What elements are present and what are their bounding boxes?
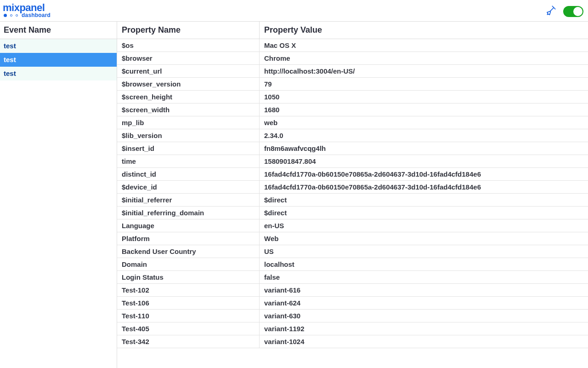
- property-value-cell: $direct: [260, 207, 588, 219]
- property-value-cell: en-US: [260, 219, 588, 232]
- property-name-cell: Test-102: [117, 284, 260, 296]
- property-value-cell: 16fad4cfd1770a-0b60150e70865a-2d604637-3…: [260, 181, 588, 193]
- property-row: $browserChrome: [117, 52, 588, 65]
- property-row: Languageen-US: [117, 219, 588, 232]
- property-row: $initial_referring_domain$direct: [117, 207, 588, 219]
- property-name-cell: $initial_referrer: [117, 194, 260, 206]
- event-row[interactable]: test: [0, 67, 117, 80]
- property-name-cell: Domain: [117, 258, 260, 270]
- property-value-cell: 1050: [260, 91, 588, 103]
- properties-body: $osMac OS X$browserChrome$current_urlhtt…: [117, 39, 588, 348]
- content-area: Event Name testtesttest Property Name Pr…: [0, 22, 588, 368]
- brand-dots-icon: [4, 14, 18, 17]
- property-name-cell: distinct_id: [117, 168, 260, 180]
- property-row: $insert_idfn8m6awafvcqg4lh: [117, 142, 588, 155]
- brand-subtext: dashboard: [22, 12, 51, 18]
- property-row: Test-110variant-630: [117, 310, 588, 322]
- toggle-knob: [573, 7, 582, 16]
- property-name-cell: Backend User Country: [117, 245, 260, 258]
- property-row: Test-342variant-1024: [117, 335, 588, 348]
- property-name-cell: Language: [117, 219, 260, 232]
- property-name-cell: Test-342: [117, 335, 260, 348]
- property-value-header: Property Value: [260, 22, 588, 39]
- property-name-cell: $device_id: [117, 181, 260, 193]
- header-controls: [545, 2, 583, 18]
- property-value-cell: variant-1024: [260, 335, 588, 348]
- property-value-cell: Chrome: [260, 52, 588, 64]
- property-value-cell: Web: [260, 232, 588, 245]
- property-name-cell: Test-106: [117, 297, 260, 309]
- property-row: $screen_width1680: [117, 104, 588, 116]
- property-row: Test-106variant-624: [117, 297, 588, 310]
- property-name-cell: Test-405: [117, 322, 260, 335]
- property-value-cell: http://localhost:3004/en-US/: [260, 65, 588, 77]
- property-value-cell: variant-624: [260, 297, 588, 309]
- property-row: Test-102variant-616: [117, 284, 588, 297]
- capture-toggle[interactable]: [563, 6, 583, 17]
- property-value-cell: variant-1192: [260, 322, 588, 335]
- property-name-cell: Login Status: [117, 271, 260, 283]
- property-name-cell: $os: [117, 39, 260, 52]
- property-row: $lib_version2.34.0: [117, 129, 588, 142]
- property-name-cell: $screen_width: [117, 104, 260, 116]
- property-name-cell: $browser: [117, 52, 260, 64]
- clear-icon[interactable]: [545, 5, 557, 18]
- header-bar: mixpanel dashboard: [0, 0, 588, 22]
- property-value-cell: 1580901847.804: [260, 155, 588, 167]
- property-name-cell: Test-110: [117, 310, 260, 322]
- property-value-cell: 1680: [260, 104, 588, 116]
- brand-block: mixpanel dashboard: [3, 2, 51, 18]
- properties-column: Property Name Property Value $osMac OS X…: [117, 22, 588, 368]
- event-row[interactable]: test: [0, 39, 117, 53]
- property-value-cell: US: [260, 245, 588, 258]
- events-column: Event Name testtesttest: [0, 22, 117, 368]
- property-value-cell: web: [260, 116, 588, 129]
- property-row: mp_libweb: [117, 116, 588, 129]
- property-row: Backend User CountryUS: [117, 245, 588, 258]
- property-name-header: Property Name: [117, 22, 260, 39]
- property-row: Domainlocalhost: [117, 258, 588, 271]
- property-value-cell: variant-630: [260, 310, 588, 322]
- event-row[interactable]: test: [0, 53, 117, 67]
- property-row: time1580901847.804: [117, 155, 588, 168]
- property-value-cell: localhost: [260, 258, 588, 270]
- property-value-cell: Mac OS X: [260, 39, 588, 52]
- property-row: $current_urlhttp://localhost:3004/en-US/: [117, 65, 588, 78]
- property-name-cell: $lib_version: [117, 129, 260, 142]
- events-list: testtesttest: [0, 39, 117, 80]
- property-row: $device_id16fad4cfd1770a-0b60150e70865a-…: [117, 181, 588, 194]
- property-name-cell: $current_url: [117, 65, 260, 77]
- property-value-cell: variant-616: [260, 284, 588, 296]
- property-row: PlatformWeb: [117, 232, 588, 245]
- property-value-cell: $direct: [260, 194, 588, 206]
- property-name-cell: $browser_version: [117, 78, 260, 90]
- property-name-cell: Platform: [117, 232, 260, 245]
- events-column-header: Event Name: [0, 22, 117, 39]
- property-value-cell: fn8m6awafvcqg4lh: [260, 142, 588, 155]
- property-value-cell: 79: [260, 78, 588, 90]
- property-name-cell: $initial_referring_domain: [117, 207, 260, 219]
- property-row: distinct_id16fad4cfd1770a-0b60150e70865a…: [117, 168, 588, 181]
- property-name-cell: time: [117, 155, 260, 167]
- properties-header-row: Property Name Property Value: [117, 22, 588, 39]
- property-row: $browser_version79: [117, 78, 588, 91]
- property-row: $screen_height1050: [117, 91, 588, 104]
- property-row: $initial_referrer$direct: [117, 194, 588, 207]
- property-name-cell: $screen_height: [117, 91, 260, 103]
- property-value-cell: 16fad4cfd1770a-0b60150e70865a-2d604637-3…: [260, 168, 588, 180]
- property-value-cell: 2.34.0: [260, 129, 588, 142]
- property-name-cell: mp_lib: [117, 116, 260, 129]
- property-row: Test-405variant-1192: [117, 322, 588, 335]
- property-name-cell: $insert_id: [117, 142, 260, 155]
- property-row: Login Statusfalse: [117, 271, 588, 284]
- property-row: $osMac OS X: [117, 39, 588, 52]
- property-value-cell: false: [260, 271, 588, 283]
